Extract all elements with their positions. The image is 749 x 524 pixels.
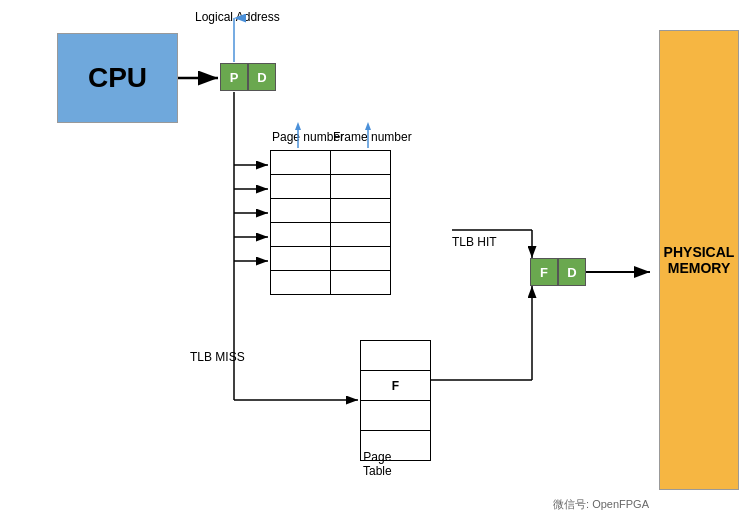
logical-address-label: Logical Address (195, 10, 280, 24)
d2-box: D (558, 258, 586, 286)
cpu-label: CPU (88, 62, 147, 94)
cpu-box: CPU (57, 33, 178, 123)
physical-memory-box: PHYSICALMEMORY (659, 30, 739, 490)
pd-container: P D (220, 63, 276, 91)
f-box: F (530, 258, 558, 286)
physical-memory-label: PHYSICALMEMORY (660, 240, 739, 280)
table-row (271, 247, 391, 271)
p-box: P (220, 63, 248, 91)
table-cell (271, 223, 331, 247)
watermark: 微信号: OpenFPGA (553, 497, 649, 512)
table-cell (271, 151, 331, 175)
table-cell (331, 175, 391, 199)
table-row (271, 151, 391, 175)
table-row (271, 271, 391, 295)
fd-container: F D (530, 258, 586, 286)
table-cell (331, 199, 391, 223)
table-cell (271, 175, 331, 199)
table-cell (271, 271, 331, 295)
table-cell (331, 223, 391, 247)
table-row (361, 341, 431, 371)
table-row (271, 223, 391, 247)
table-row (361, 401, 431, 431)
table-row (271, 199, 391, 223)
svg-marker-13 (295, 122, 301, 130)
table-cell (271, 247, 331, 271)
tlb-hit-label: TLB HIT (452, 235, 497, 249)
page-table: F (360, 340, 431, 461)
table-cell (361, 401, 431, 431)
f-page-cell: F (361, 371, 431, 401)
diagram-container: CPU Logical Address P D Page number Fram… (0, 0, 749, 524)
page-table-label: PageTable (363, 450, 392, 478)
table-row (271, 175, 391, 199)
table-cell (331, 271, 391, 295)
tlb-table (270, 150, 391, 295)
table-cell (331, 247, 391, 271)
table-row: F (361, 371, 431, 401)
d-box: D (248, 63, 276, 91)
tlb-miss-label: TLB MISS (190, 350, 245, 364)
svg-marker-11 (365, 122, 371, 130)
frame-number-label: Frame number (333, 130, 412, 144)
table-cell (361, 341, 431, 371)
table-cell (271, 199, 331, 223)
table-cell (331, 151, 391, 175)
